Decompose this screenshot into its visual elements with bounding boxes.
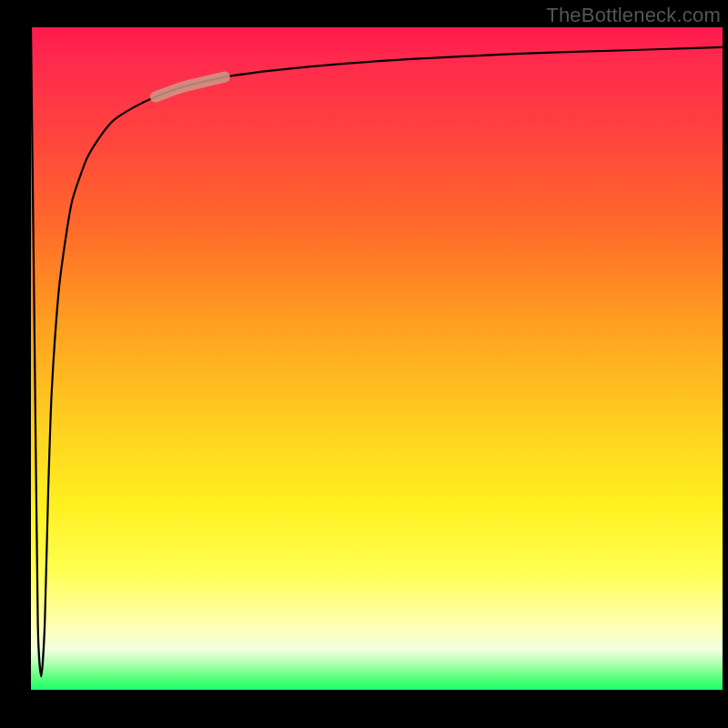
chart-plot-area (31, 27, 723, 690)
attribution-text: TheBottleneck.com (546, 4, 721, 27)
bottleneck-curve-svg (31, 27, 723, 690)
bottleneck-curve-path (31, 27, 723, 676)
highlight-segment-path (156, 77, 225, 97)
